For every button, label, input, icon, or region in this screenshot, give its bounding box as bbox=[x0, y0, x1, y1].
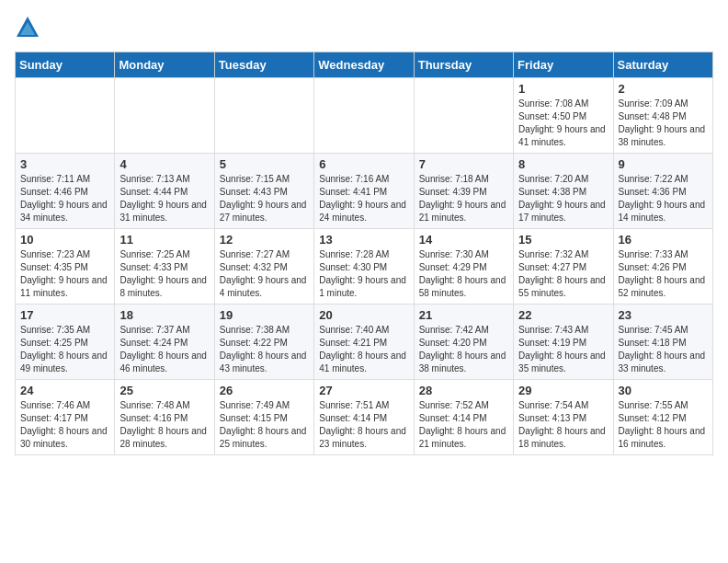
day-cell: 6Sunrise: 7:16 AM Sunset: 4:41 PM Daylig… bbox=[314, 154, 414, 229]
day-info: Sunrise: 7:48 AM Sunset: 4:16 PM Dayligh… bbox=[119, 399, 209, 451]
day-number: 22 bbox=[518, 308, 608, 322]
day-info: Sunrise: 7:27 AM Sunset: 4:32 PM Dayligh… bbox=[220, 248, 309, 300]
day-number: 4 bbox=[119, 157, 209, 171]
day-info: Sunrise: 7:13 AM Sunset: 4:44 PM Dayligh… bbox=[119, 173, 209, 224]
day-info: Sunrise: 7:51 AM Sunset: 4:14 PM Dayligh… bbox=[319, 399, 408, 451]
day-number: 21 bbox=[419, 308, 508, 322]
day-cell: 27Sunrise: 7:51 AM Sunset: 4:14 PM Dayli… bbox=[314, 380, 414, 455]
day-cell: 8Sunrise: 7:20 AM Sunset: 4:38 PM Daylig… bbox=[514, 154, 613, 229]
weekday-thursday: Thursday bbox=[414, 52, 513, 78]
day-info: Sunrise: 7:22 AM Sunset: 4:36 PM Dayligh… bbox=[619, 173, 708, 224]
day-number: 7 bbox=[419, 157, 508, 171]
day-cell: 15Sunrise: 7:32 AM Sunset: 4:27 PM Dayli… bbox=[514, 229, 613, 304]
day-cell bbox=[16, 78, 115, 154]
header bbox=[15, 15, 713, 40]
day-cell: 28Sunrise: 7:52 AM Sunset: 4:14 PM Dayli… bbox=[414, 380, 513, 455]
week-row-2: 3Sunrise: 7:11 AM Sunset: 4:46 PM Daylig… bbox=[16, 154, 713, 229]
day-number: 10 bbox=[20, 233, 109, 247]
day-cell: 16Sunrise: 7:33 AM Sunset: 4:26 PM Dayli… bbox=[613, 229, 712, 304]
day-info: Sunrise: 7:16 AM Sunset: 4:41 PM Dayligh… bbox=[319, 173, 408, 224]
day-cell: 3Sunrise: 7:11 AM Sunset: 4:46 PM Daylig… bbox=[16, 154, 115, 229]
day-number: 24 bbox=[20, 384, 109, 397]
weekday-saturday: Saturday bbox=[613, 52, 712, 78]
day-cell: 18Sunrise: 7:37 AM Sunset: 4:24 PM Dayli… bbox=[115, 304, 214, 380]
day-info: Sunrise: 7:28 AM Sunset: 4:30 PM Dayligh… bbox=[319, 248, 408, 300]
day-info: Sunrise: 7:20 AM Sunset: 4:38 PM Dayligh… bbox=[518, 173, 608, 224]
day-cell: 13Sunrise: 7:28 AM Sunset: 4:30 PM Dayli… bbox=[314, 229, 414, 304]
day-cell: 2Sunrise: 7:09 AM Sunset: 4:48 PM Daylig… bbox=[613, 78, 712, 154]
day-cell bbox=[214, 78, 313, 154]
day-cell bbox=[314, 78, 414, 154]
day-info: Sunrise: 7:42 AM Sunset: 4:20 PM Dayligh… bbox=[419, 324, 508, 375]
day-info: Sunrise: 7:38 AM Sunset: 4:22 PM Dayligh… bbox=[220, 324, 309, 375]
day-info: Sunrise: 7:30 AM Sunset: 4:29 PM Dayligh… bbox=[419, 248, 508, 300]
weekday-monday: Monday bbox=[115, 52, 214, 78]
day-info: Sunrise: 7:40 AM Sunset: 4:21 PM Dayligh… bbox=[319, 324, 408, 375]
day-cell: 20Sunrise: 7:40 AM Sunset: 4:21 PM Dayli… bbox=[314, 304, 414, 380]
day-number: 26 bbox=[220, 384, 309, 397]
day-number: 13 bbox=[319, 233, 408, 247]
day-number: 9 bbox=[619, 157, 708, 171]
day-number: 29 bbox=[518, 384, 608, 397]
day-number: 1 bbox=[518, 82, 608, 96]
day-number: 27 bbox=[319, 384, 408, 397]
calendar: SundayMondayTuesdayWednesdayThursdayFrid… bbox=[15, 52, 713, 455]
week-row-3: 10Sunrise: 7:23 AM Sunset: 4:35 PM Dayli… bbox=[16, 229, 713, 304]
day-number: 19 bbox=[220, 308, 309, 322]
day-number: 3 bbox=[20, 157, 109, 171]
day-info: Sunrise: 7:09 AM Sunset: 4:48 PM Dayligh… bbox=[619, 98, 708, 149]
weekday-header-row: SundayMondayTuesdayWednesdayThursdayFrid… bbox=[16, 52, 713, 78]
day-info: Sunrise: 7:15 AM Sunset: 4:43 PM Dayligh… bbox=[220, 173, 309, 224]
day-cell: 11Sunrise: 7:25 AM Sunset: 4:33 PM Dayli… bbox=[115, 229, 214, 304]
day-info: Sunrise: 7:25 AM Sunset: 4:33 PM Dayligh… bbox=[119, 248, 209, 300]
day-cell: 21Sunrise: 7:42 AM Sunset: 4:20 PM Dayli… bbox=[414, 304, 513, 380]
day-cell: 29Sunrise: 7:54 AM Sunset: 4:13 PM Dayli… bbox=[514, 380, 613, 455]
day-number: 20 bbox=[319, 308, 408, 322]
day-number: 11 bbox=[119, 233, 209, 247]
day-cell: 1Sunrise: 7:08 AM Sunset: 4:50 PM Daylig… bbox=[514, 78, 613, 154]
day-cell bbox=[414, 78, 513, 154]
day-info: Sunrise: 7:45 AM Sunset: 4:18 PM Dayligh… bbox=[619, 324, 708, 375]
day-cell: 12Sunrise: 7:27 AM Sunset: 4:32 PM Dayli… bbox=[214, 229, 313, 304]
day-number: 14 bbox=[419, 233, 508, 247]
day-number: 15 bbox=[518, 233, 608, 247]
day-cell: 17Sunrise: 7:35 AM Sunset: 4:25 PM Dayli… bbox=[16, 304, 115, 380]
day-cell: 14Sunrise: 7:30 AM Sunset: 4:29 PM Dayli… bbox=[414, 229, 513, 304]
day-cell: 23Sunrise: 7:45 AM Sunset: 4:18 PM Dayli… bbox=[613, 304, 712, 380]
day-number: 5 bbox=[220, 157, 309, 171]
weekday-wednesday: Wednesday bbox=[314, 52, 414, 78]
day-info: Sunrise: 7:52 AM Sunset: 4:14 PM Dayligh… bbox=[419, 399, 508, 451]
weekday-friday: Friday bbox=[514, 52, 613, 78]
week-row-4: 17Sunrise: 7:35 AM Sunset: 4:25 PM Dayli… bbox=[16, 304, 713, 380]
day-number: 30 bbox=[619, 384, 708, 397]
day-cell bbox=[115, 78, 214, 154]
day-number: 12 bbox=[220, 233, 309, 247]
logo bbox=[15, 15, 44, 40]
day-cell: 24Sunrise: 7:46 AM Sunset: 4:17 PM Dayli… bbox=[16, 380, 115, 455]
day-info: Sunrise: 7:32 AM Sunset: 4:27 PM Dayligh… bbox=[518, 248, 608, 300]
day-number: 23 bbox=[619, 308, 708, 322]
day-cell: 25Sunrise: 7:48 AM Sunset: 4:16 PM Dayli… bbox=[115, 380, 214, 455]
day-number: 25 bbox=[119, 384, 209, 397]
day-cell: 5Sunrise: 7:15 AM Sunset: 4:43 PM Daylig… bbox=[214, 154, 313, 229]
day-info: Sunrise: 7:08 AM Sunset: 4:50 PM Dayligh… bbox=[518, 98, 608, 149]
weekday-sunday: Sunday bbox=[16, 52, 115, 78]
day-number: 8 bbox=[518, 157, 608, 171]
day-info: Sunrise: 7:11 AM Sunset: 4:46 PM Dayligh… bbox=[20, 173, 109, 224]
day-info: Sunrise: 7:54 AM Sunset: 4:13 PM Dayligh… bbox=[518, 399, 608, 451]
day-number: 17 bbox=[20, 308, 109, 322]
day-info: Sunrise: 7:23 AM Sunset: 4:35 PM Dayligh… bbox=[20, 248, 109, 300]
week-row-5: 24Sunrise: 7:46 AM Sunset: 4:17 PM Dayli… bbox=[16, 380, 713, 455]
day-cell: 30Sunrise: 7:55 AM Sunset: 4:12 PM Dayli… bbox=[613, 380, 712, 455]
week-row-1: 1Sunrise: 7:08 AM Sunset: 4:50 PM Daylig… bbox=[16, 78, 713, 154]
day-info: Sunrise: 7:35 AM Sunset: 4:25 PM Dayligh… bbox=[20, 324, 109, 375]
day-cell: 10Sunrise: 7:23 AM Sunset: 4:35 PM Dayli… bbox=[16, 229, 115, 304]
weekday-tuesday: Tuesday bbox=[214, 52, 313, 78]
day-cell: 7Sunrise: 7:18 AM Sunset: 4:39 PM Daylig… bbox=[414, 154, 513, 229]
day-info: Sunrise: 7:55 AM Sunset: 4:12 PM Dayligh… bbox=[619, 399, 708, 451]
day-info: Sunrise: 7:18 AM Sunset: 4:39 PM Dayligh… bbox=[419, 173, 508, 224]
day-number: 6 bbox=[319, 157, 408, 171]
day-info: Sunrise: 7:49 AM Sunset: 4:15 PM Dayligh… bbox=[220, 399, 309, 451]
day-info: Sunrise: 7:46 AM Sunset: 4:17 PM Dayligh… bbox=[20, 399, 109, 451]
day-info: Sunrise: 7:37 AM Sunset: 4:24 PM Dayligh… bbox=[119, 324, 209, 375]
